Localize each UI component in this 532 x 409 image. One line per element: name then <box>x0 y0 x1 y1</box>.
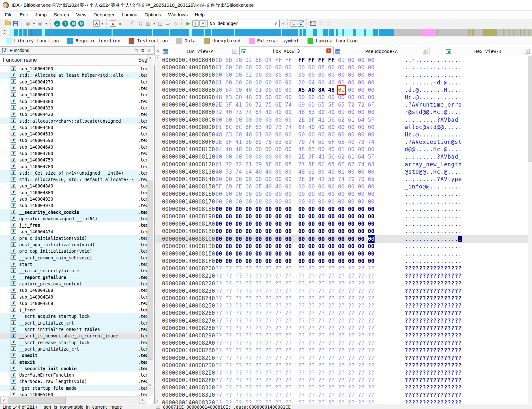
hex-row[interactable]: 00000001400081F0000000000000000000000000… <box>155 257 532 265</box>
layout-list-icon-2[interactable]: ≣ <box>325 20 332 27</box>
function-row[interactable]: fsub_140004270.tex <box>0 79 147 85</box>
jump-address-icon[interactable]: # <box>54 21 60 27</box>
hex-row[interactable]: 0000000140008310????????????????????????… <box>155 391 532 399</box>
hex-row[interactable]: 00000001400081B0000000000000000000000000… <box>155 228 532 235</box>
function-row[interactable]: fstd::_Allocate<16, std::_Default_alloca… <box>0 176 147 183</box>
menu-options[interactable]: Options <box>141 11 165 18</box>
hex-row[interactable]: 00000001400082F0????????????????????????… <box>155 377 532 384</box>
function-row[interactable]: fcharNode::raw_length(void).tex <box>0 378 147 385</box>
functions-panel-titlebar[interactable]: f Functions □ ⧉ ✕ <box>0 46 155 55</box>
hex-row[interactable]: 0000000140008100644040000000000048630040… <box>155 146 532 153</box>
function-row[interactable]: fsub_140004590.tex <box>0 137 147 144</box>
function-row[interactable]: f__scrt_uninitialize_crt.tex <box>0 346 147 352</box>
menu-windows[interactable]: Windows <box>165 11 191 18</box>
hex-row[interactable]: 00000001400080D0616C6C6F6340737464404000… <box>155 124 532 131</box>
hex-row[interactable]: 0000000140008210????????????????????????… <box>155 272 532 280</box>
hex-row[interactable]: 0000000140008320????????????????????????… <box>155 399 532 404</box>
function-row[interactable]: f__security_init_cookie.tex <box>0 365 147 372</box>
attach-dropdown-icon[interactable]: ∨ <box>281 20 285 27</box>
function-row[interactable]: f_onexit.tex <box>0 352 147 359</box>
layout-list-icon[interactable]: ≣ <box>317 20 324 27</box>
menu-help[interactable]: Help <box>191 11 208 18</box>
jump-name-icon[interactable]: T <box>62 21 68 27</box>
tab-pseudocode-a[interactable]: Pseudocode-A✕ <box>334 47 430 55</box>
functions-column-header[interactable]: Function name Seg <box>0 55 155 65</box>
tab-close-icon[interactable]: ✕ <box>423 49 427 54</box>
hex-view-content[interactable]: ∧ ∨ 0000000140008040CD5D20D266D4FFFFFFFF… <box>155 55 532 404</box>
nav-forward-icon[interactable]: ◉ <box>37 20 44 27</box>
hex-row[interactable]: 0000000140008230????????????????????????… <box>155 287 532 295</box>
hex-row[interactable]: 0000000140008190000000000000000000000000… <box>155 213 532 220</box>
struct-icon[interactable]: ℚ <box>137 20 144 27</box>
hex-row[interactable]: 0000000140008060000000020000000000000000… <box>155 71 532 79</box>
scroll-thumb[interactable] <box>8 397 66 404</box>
hex-row[interactable]: 0000000140008090486300400100000000000000… <box>155 94 532 101</box>
function-row[interactable]: fsub_1400042C0.tex <box>0 91 147 98</box>
scroll-down-icon[interactable]: ∨ <box>147 382 153 388</box>
function-row[interactable]: f__security_check_cookie.tex <box>0 209 147 215</box>
hex-row[interactable]: 00000001400080B0724073746440400048630040… <box>155 109 532 116</box>
tab-close-icon[interactable]: ✕ <box>232 49 237 54</box>
diamond-icon[interactable]: ◇ <box>172 20 179 27</box>
compile-c-icon[interactable]: C <box>291 20 297 27</box>
function-row[interactable]: fstd::_Get_size_of_n<1>(unsigned __int64… <box>0 170 147 176</box>
hex-row[interactable]: 0000000140008160000000000000000000000000… <box>155 190 532 198</box>
hex-row[interactable]: 000000014000812061727261795F6E65775F6C65… <box>155 161 532 168</box>
function-row[interactable]: fsub_140004300.tex <box>0 98 147 104</box>
save-file-icon[interactable] <box>12 20 19 27</box>
function-row[interactable]: f__scrt_release_startup_lock.tex <box>0 339 147 345</box>
hex-row[interactable]: 00000001400080E0486300400100000000000000… <box>155 131 532 138</box>
function-row[interactable]: fatexit.tex <box>0 359 147 365</box>
tab-hex-view-3[interactable]: Hex View-3✕ <box>239 47 334 55</box>
hex-row[interactable]: 00000001400082D0????????????????????????… <box>155 362 532 369</box>
functions-vertical-scrollbar[interactable]: ∧ ∨ <box>147 55 153 396</box>
function-row[interactable]: fj_j_free.tex <box>0 222 147 228</box>
hex-row[interactable]: 000000014000811000000000000000002E3F4156… <box>155 153 532 161</box>
hex-row[interactable]: 0000000140008070010000000000000020640040… <box>155 79 532 86</box>
chevron-down-icon[interactable]: ∨ <box>272 21 279 26</box>
scroll-thumb[interactable] <box>148 180 153 360</box>
hex-row[interactable]: 0000000140008260????????????????????????… <box>155 309 532 317</box>
hex-row[interactable]: 0000000140008290????????????????????????… <box>155 332 532 339</box>
hex-row[interactable]: 0000000140008170000000000000000000000000… <box>155 198 532 205</box>
function-row[interactable]: fsub_140004700.tex <box>0 150 147 157</box>
ascii-search-icon[interactable]: A <box>93 20 100 27</box>
debugger-select[interactable]: No debugger∨ <box>207 20 280 27</box>
menu-view[interactable]: View <box>72 11 90 18</box>
colors-dropdown-icon[interactable]: ▾ <box>152 20 156 27</box>
hex-row[interactable]: 0000000140008040CD5D20D266D4FFFFFFFFFFFF… <box>155 57 532 64</box>
scroll-up-icon[interactable]: ∧ <box>147 55 153 61</box>
function-row[interactable]: fsub_140004EC8.tex <box>0 300 147 307</box>
link-icon[interactable]: ℂ <box>129 20 136 27</box>
function-row[interactable]: fsub_140004EA8.tex <box>0 293 147 300</box>
function-row[interactable]: fsub_140004510.tex <box>0 131 147 137</box>
menu-file[interactable]: File <box>1 11 16 18</box>
window-icon[interactable]: ◫ <box>157 20 164 27</box>
function-row[interactable]: fsub_140004A74.tex <box>0 228 147 235</box>
function-row[interactable]: fpre_cpp_initialization(void).tex <box>0 248 147 254</box>
hex-row[interactable]: 00000001400081C0000000000000000000000000… <box>155 235 532 243</box>
desktop-windows-icon[interactable] <box>309 20 317 27</box>
stop-process-icon[interactable]: ■ <box>199 20 206 27</box>
hex-row[interactable]: 00000001400082E0????????????????????????… <box>155 369 532 377</box>
function-row[interactable]: fUserMathErrorFunction.tex <box>0 372 147 378</box>
hex-row[interactable]: 00000001400080F02E3F4156657863657074696F… <box>155 138 532 146</box>
navband-left-arrow-icon[interactable]: ◂ <box>4 29 5 32</box>
function-row[interactable]: fsub_1400047F0.tex <box>0 163 147 170</box>
ascii-search-dropdown-icon[interactable]: ▾ <box>100 20 104 27</box>
quick-compile-c-icon[interactable]: C <box>298 20 304 27</box>
function-row[interactable]: fcapture_previous_context.tex <box>0 281 147 287</box>
function-row[interactable]: fsub_140004750.tex <box>0 157 147 163</box>
maximize-icon[interactable]: □ <box>133 48 139 53</box>
hex-row[interactable]: 00000001400080C000000000000000002E3F4156… <box>155 116 532 124</box>
pause-process-icon[interactable]: ∥ <box>192 20 199 27</box>
function-row[interactable]: f__scrt_is_nonwritable_in_current_image.… <box>0 333 147 339</box>
hex-row[interactable]: 00000001400081505F696E666F40400000000000… <box>155 183 532 190</box>
jump-xref-icon[interactable]: M <box>70 21 76 27</box>
start-process-icon[interactable]: ▶ <box>185 20 192 27</box>
column-function-name[interactable]: Function name <box>3 57 37 63</box>
function-row[interactable]: fsub_1400046A0.tex <box>0 144 147 150</box>
hex-row[interactable]: 0000000140008270????????????????????????… <box>155 317 532 325</box>
function-row[interactable]: foperator new(unsigned __int64).tex <box>0 215 147 222</box>
hex-row[interactable]: 00000001400081E0000000000000000000000000… <box>155 250 532 257</box>
